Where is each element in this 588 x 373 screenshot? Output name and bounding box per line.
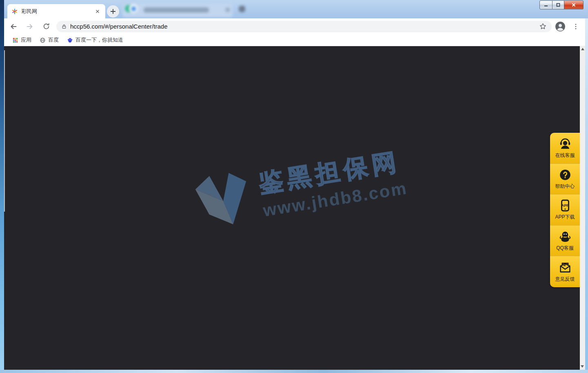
minimize-button[interactable] [539,0,552,9]
background-window-edge-left [0,0,4,373]
bookmark-apps[interactable]: 应用 [12,36,31,44]
browser-tab[interactable]: 彩民网 [7,4,105,18]
apps-grid-icon [12,37,18,43]
svg-text:APP: APP [561,204,569,208]
site-favicon-icon [11,8,18,15]
float-service-button[interactable]: 在线客服 [550,133,580,164]
float-label: 在线客服 [555,152,575,159]
feedback-icon [558,261,572,275]
service-icon [558,137,572,151]
page-background [4,46,580,370]
bookmark-label: 百度一下，你就知道 [75,36,123,44]
refresh-icon[interactable] [39,20,53,34]
float-label: QQ客服 [556,245,574,252]
scroll-down-icon[interactable] [581,365,584,368]
back-icon[interactable] [7,20,20,34]
lock-icon [61,24,67,29]
tab-close-icon[interactable] [94,8,101,15]
baidu-paw-icon [67,37,73,43]
background-window-blur [239,6,245,12]
background-window-blur [131,7,136,11]
url-bar[interactable]: hccp56.com/#/personalCenter/trade [56,21,552,32]
background-window-edge-bottom [0,370,588,373]
bookmark-label: 百度 [48,36,59,44]
tab-title: 彩民网 [21,8,94,15]
float-qq-button[interactable]: QQ客服 [550,226,580,257]
float-label: 意见反馈 [555,276,575,283]
float-label: APP下载 [555,214,575,221]
bookmark-baidu[interactable]: 百度 [40,36,59,44]
service-float-panel: 在线客服 帮助中心 APP APP下载 QQ客服 意见反馈 [550,133,580,287]
scrollbar[interactable] [580,46,585,370]
float-app-button[interactable]: APP APP下载 [550,194,580,226]
background-window-blur [144,7,209,13]
bookmarks-bar: 应用 百度 百度一下，你就知道 [4,34,585,46]
profile-avatar[interactable] [555,21,566,32]
bookmark-baidu-search[interactable]: 百度一下，你就知道 [67,36,123,44]
maximize-button[interactable] [552,0,564,9]
float-label: 帮助中心 [555,183,575,190]
new-tab-button[interactable] [107,5,119,18]
scroll-up-icon[interactable] [581,48,584,50]
forward-icon[interactable] [23,20,37,34]
background-window-edge-right [585,18,588,373]
help-icon [558,168,572,182]
float-feedback-button[interactable]: 意见反馈 [550,256,580,287]
background-window-blur [225,7,230,12]
url-text: hccp56.com/#/personalCenter/trade [70,23,539,30]
window-controls [539,0,584,9]
qq-icon [558,230,572,243]
bookmark-label: 应用 [21,36,31,44]
menu-dots-icon[interactable] [569,20,583,34]
browser-toolbar: hccp56.com/#/personalCenter/trade [4,18,585,34]
bookmark-star-icon[interactable] [539,22,547,30]
close-button[interactable] [564,0,584,9]
app-icon: APP [558,199,572,212]
float-help-button[interactable]: 帮助中心 [550,164,580,195]
globe-icon [40,37,46,43]
